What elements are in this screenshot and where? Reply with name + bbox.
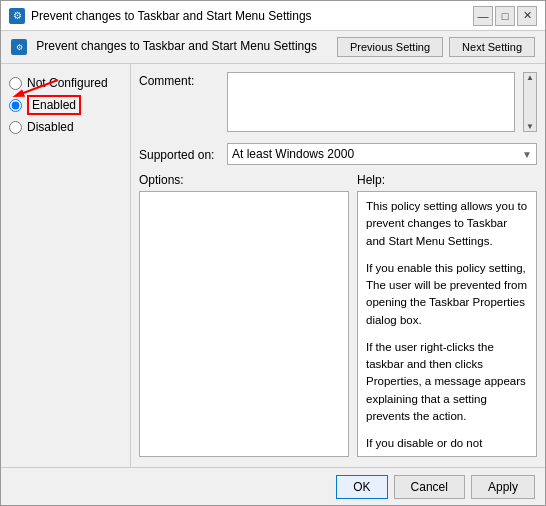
help-text-4: If you disable or do not configure this … bbox=[366, 435, 528, 457]
header-bar: ⚙ Prevent changes to Taskbar and Start M… bbox=[1, 31, 545, 64]
help-text-1: This policy setting allows you to preven… bbox=[366, 198, 528, 250]
enabled-label: Enabled bbox=[27, 98, 81, 112]
close-button[interactable]: ✕ bbox=[517, 6, 537, 26]
not-configured-option[interactable]: Not Configured bbox=[9, 76, 122, 90]
supported-label: Supported on: bbox=[139, 146, 219, 162]
disabled-option[interactable]: Disabled bbox=[9, 120, 122, 134]
scroll-up-arrow: ▲ bbox=[526, 73, 534, 82]
options-box: Options: bbox=[139, 173, 349, 459]
comment-label: Comment: bbox=[139, 72, 219, 88]
help-box: Help: This policy setting allows you to … bbox=[357, 173, 537, 459]
cancel-button[interactable]: Cancel bbox=[394, 475, 465, 499]
window-controls: — □ ✕ bbox=[473, 6, 537, 26]
window-title: Prevent changes to Taskbar and Start Men… bbox=[31, 9, 312, 23]
disabled-label: Disabled bbox=[27, 120, 74, 134]
comment-section: Comment: ▲ ▼ bbox=[139, 72, 537, 135]
window-icon: ⚙ bbox=[9, 8, 25, 24]
apply-button[interactable]: Apply bbox=[471, 475, 535, 499]
main-window: ⚙ Prevent changes to Taskbar and Start M… bbox=[0, 0, 546, 506]
not-configured-radio[interactable] bbox=[9, 77, 22, 90]
disabled-radio[interactable] bbox=[9, 121, 22, 134]
not-configured-label: Not Configured bbox=[27, 76, 108, 90]
left-panel: Not Configured Enabled bbox=[1, 64, 131, 467]
dropdown-arrow-icon: ▼ bbox=[522, 149, 532, 160]
scroll-down-arrow: ▼ bbox=[526, 122, 534, 131]
options-label: Options: bbox=[139, 173, 349, 187]
enabled-radio[interactable] bbox=[9, 99, 22, 112]
footer: OK Cancel Apply bbox=[1, 467, 545, 505]
header-title-area: ⚙ Prevent changes to Taskbar and Start M… bbox=[11, 39, 317, 55]
options-area bbox=[139, 191, 349, 457]
header-icon: ⚙ bbox=[11, 39, 27, 55]
header-nav-buttons: Previous Setting Next Setting bbox=[337, 37, 535, 57]
supported-section: Supported on: At least Windows 2000 ▼ bbox=[139, 143, 537, 165]
help-text-2: If you enable this policy setting, The u… bbox=[366, 260, 528, 329]
ok-button[interactable]: OK bbox=[336, 475, 387, 499]
right-panel: Comment: ▲ ▼ Supported on: At least Wind… bbox=[131, 64, 545, 467]
header-title: Prevent changes to Taskbar and Start Men… bbox=[36, 39, 317, 53]
enabled-option[interactable]: Enabled bbox=[9, 98, 122, 112]
main-content: Not Configured Enabled bbox=[1, 64, 545, 467]
help-area: This policy setting allows you to preven… bbox=[357, 191, 537, 457]
enabled-label-text: Enabled bbox=[27, 95, 81, 115]
previous-setting-button[interactable]: Previous Setting bbox=[337, 37, 443, 57]
comment-textarea[interactable] bbox=[227, 72, 515, 132]
title-bar-left: ⚙ Prevent changes to Taskbar and Start M… bbox=[9, 8, 312, 24]
comment-scrollbar[interactable]: ▲ ▼ bbox=[523, 72, 537, 132]
help-label: Help: bbox=[357, 173, 537, 187]
supported-value: At least Windows 2000 bbox=[232, 147, 354, 161]
help-text-3: If the user right-clicks the taskbar and… bbox=[366, 339, 528, 425]
maximize-button[interactable]: □ bbox=[495, 6, 515, 26]
options-help-section: Options: Help: This policy setting allow… bbox=[139, 173, 537, 459]
minimize-button[interactable]: — bbox=[473, 6, 493, 26]
supported-dropdown[interactable]: At least Windows 2000 ▼ bbox=[227, 143, 537, 165]
title-bar: ⚙ Prevent changes to Taskbar and Start M… bbox=[1, 1, 545, 31]
comment-wrapper bbox=[227, 72, 515, 135]
next-setting-button[interactable]: Next Setting bbox=[449, 37, 535, 57]
radio-group: Not Configured Enabled bbox=[9, 76, 122, 134]
